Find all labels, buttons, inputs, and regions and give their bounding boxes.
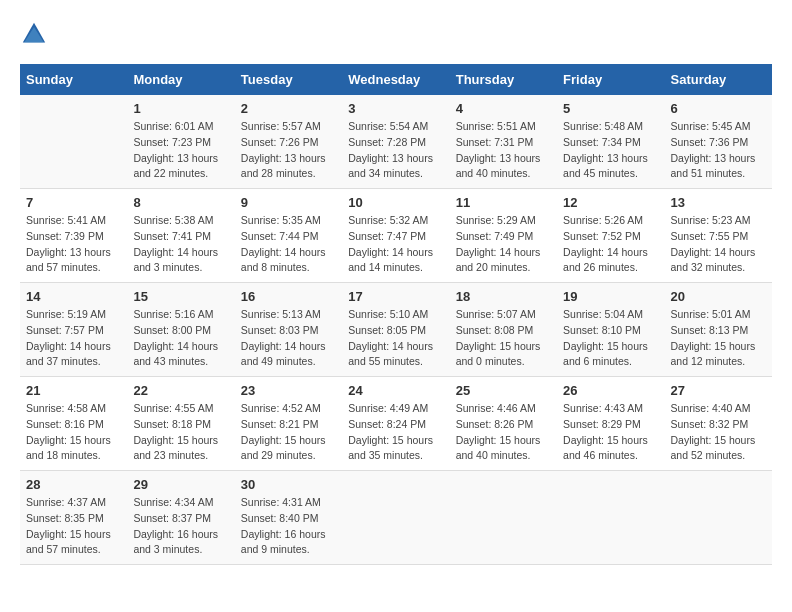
day-info: Sunrise: 4:34 AM Sunset: 8:37 PM Dayligh… bbox=[133, 495, 228, 558]
day-of-week-header: Saturday bbox=[665, 64, 772, 95]
day-number: 3 bbox=[348, 101, 443, 116]
day-number: 18 bbox=[456, 289, 551, 304]
calendar-cell: 9Sunrise: 5:35 AM Sunset: 7:44 PM Daylig… bbox=[235, 189, 342, 283]
calendar-cell: 20Sunrise: 5:01 AM Sunset: 8:13 PM Dayli… bbox=[665, 283, 772, 377]
day-number: 13 bbox=[671, 195, 766, 210]
calendar-cell: 18Sunrise: 5:07 AM Sunset: 8:08 PM Dayli… bbox=[450, 283, 557, 377]
day-number: 26 bbox=[563, 383, 658, 398]
calendar-cell: 17Sunrise: 5:10 AM Sunset: 8:05 PM Dayli… bbox=[342, 283, 449, 377]
day-number: 14 bbox=[26, 289, 121, 304]
calendar-cell: 24Sunrise: 4:49 AM Sunset: 8:24 PM Dayli… bbox=[342, 377, 449, 471]
calendar-cell: 11Sunrise: 5:29 AM Sunset: 7:49 PM Dayli… bbox=[450, 189, 557, 283]
day-info: Sunrise: 4:46 AM Sunset: 8:26 PM Dayligh… bbox=[456, 401, 551, 464]
calendar-header-row: SundayMondayTuesdayWednesdayThursdayFrid… bbox=[20, 64, 772, 95]
day-info: Sunrise: 4:58 AM Sunset: 8:16 PM Dayligh… bbox=[26, 401, 121, 464]
calendar-cell: 16Sunrise: 5:13 AM Sunset: 8:03 PM Dayli… bbox=[235, 283, 342, 377]
day-info: Sunrise: 5:04 AM Sunset: 8:10 PM Dayligh… bbox=[563, 307, 658, 370]
calendar-cell: 10Sunrise: 5:32 AM Sunset: 7:47 PM Dayli… bbox=[342, 189, 449, 283]
day-info: Sunrise: 5:38 AM Sunset: 7:41 PM Dayligh… bbox=[133, 213, 228, 276]
day-info: Sunrise: 5:07 AM Sunset: 8:08 PM Dayligh… bbox=[456, 307, 551, 370]
calendar-cell: 21Sunrise: 4:58 AM Sunset: 8:16 PM Dayli… bbox=[20, 377, 127, 471]
logo bbox=[20, 20, 52, 48]
day-number: 6 bbox=[671, 101, 766, 116]
day-number: 11 bbox=[456, 195, 551, 210]
day-info: Sunrise: 5:32 AM Sunset: 7:47 PM Dayligh… bbox=[348, 213, 443, 276]
day-info: Sunrise: 4:52 AM Sunset: 8:21 PM Dayligh… bbox=[241, 401, 336, 464]
calendar-cell: 1Sunrise: 6:01 AM Sunset: 7:23 PM Daylig… bbox=[127, 95, 234, 189]
page-header bbox=[20, 20, 772, 48]
calendar-cell bbox=[342, 471, 449, 565]
calendar-cell bbox=[665, 471, 772, 565]
day-info: Sunrise: 5:10 AM Sunset: 8:05 PM Dayligh… bbox=[348, 307, 443, 370]
calendar-cell: 23Sunrise: 4:52 AM Sunset: 8:21 PM Dayli… bbox=[235, 377, 342, 471]
day-info: Sunrise: 4:55 AM Sunset: 8:18 PM Dayligh… bbox=[133, 401, 228, 464]
calendar-cell: 14Sunrise: 5:19 AM Sunset: 7:57 PM Dayli… bbox=[20, 283, 127, 377]
day-info: Sunrise: 5:35 AM Sunset: 7:44 PM Dayligh… bbox=[241, 213, 336, 276]
day-number: 27 bbox=[671, 383, 766, 398]
day-info: Sunrise: 5:16 AM Sunset: 8:00 PM Dayligh… bbox=[133, 307, 228, 370]
day-number: 9 bbox=[241, 195, 336, 210]
calendar-cell: 15Sunrise: 5:16 AM Sunset: 8:00 PM Dayli… bbox=[127, 283, 234, 377]
calendar-cell: 29Sunrise: 4:34 AM Sunset: 8:37 PM Dayli… bbox=[127, 471, 234, 565]
day-number: 4 bbox=[456, 101, 551, 116]
day-info: Sunrise: 4:37 AM Sunset: 8:35 PM Dayligh… bbox=[26, 495, 121, 558]
day-number: 23 bbox=[241, 383, 336, 398]
week-row: 28Sunrise: 4:37 AM Sunset: 8:35 PM Dayli… bbox=[20, 471, 772, 565]
day-info: Sunrise: 4:40 AM Sunset: 8:32 PM Dayligh… bbox=[671, 401, 766, 464]
day-info: Sunrise: 4:49 AM Sunset: 8:24 PM Dayligh… bbox=[348, 401, 443, 464]
calendar-cell: 2Sunrise: 5:57 AM Sunset: 7:26 PM Daylig… bbox=[235, 95, 342, 189]
calendar-cell: 26Sunrise: 4:43 AM Sunset: 8:29 PM Dayli… bbox=[557, 377, 664, 471]
day-number: 22 bbox=[133, 383, 228, 398]
svg-marker-1 bbox=[24, 27, 44, 42]
day-number: 2 bbox=[241, 101, 336, 116]
calendar-table: SundayMondayTuesdayWednesdayThursdayFrid… bbox=[20, 64, 772, 565]
day-info: Sunrise: 4:31 AM Sunset: 8:40 PM Dayligh… bbox=[241, 495, 336, 558]
day-info: Sunrise: 5:41 AM Sunset: 7:39 PM Dayligh… bbox=[26, 213, 121, 276]
day-info: Sunrise: 5:57 AM Sunset: 7:26 PM Dayligh… bbox=[241, 119, 336, 182]
calendar-cell: 25Sunrise: 4:46 AM Sunset: 8:26 PM Dayli… bbox=[450, 377, 557, 471]
day-info: Sunrise: 6:01 AM Sunset: 7:23 PM Dayligh… bbox=[133, 119, 228, 182]
day-info: Sunrise: 5:51 AM Sunset: 7:31 PM Dayligh… bbox=[456, 119, 551, 182]
day-of-week-header: Monday bbox=[127, 64, 234, 95]
day-number: 17 bbox=[348, 289, 443, 304]
calendar-cell: 4Sunrise: 5:51 AM Sunset: 7:31 PM Daylig… bbox=[450, 95, 557, 189]
day-number: 21 bbox=[26, 383, 121, 398]
day-number: 30 bbox=[241, 477, 336, 492]
day-number: 25 bbox=[456, 383, 551, 398]
day-number: 12 bbox=[563, 195, 658, 210]
calendar-cell: 7Sunrise: 5:41 AM Sunset: 7:39 PM Daylig… bbox=[20, 189, 127, 283]
day-of-week-header: Tuesday bbox=[235, 64, 342, 95]
day-info: Sunrise: 5:26 AM Sunset: 7:52 PM Dayligh… bbox=[563, 213, 658, 276]
day-info: Sunrise: 4:43 AM Sunset: 8:29 PM Dayligh… bbox=[563, 401, 658, 464]
calendar-cell: 8Sunrise: 5:38 AM Sunset: 7:41 PM Daylig… bbox=[127, 189, 234, 283]
day-number: 5 bbox=[563, 101, 658, 116]
calendar-cell: 30Sunrise: 4:31 AM Sunset: 8:40 PM Dayli… bbox=[235, 471, 342, 565]
calendar-cell: 12Sunrise: 5:26 AM Sunset: 7:52 PM Dayli… bbox=[557, 189, 664, 283]
day-number: 16 bbox=[241, 289, 336, 304]
day-info: Sunrise: 5:23 AM Sunset: 7:55 PM Dayligh… bbox=[671, 213, 766, 276]
calendar-cell bbox=[20, 95, 127, 189]
day-number: 28 bbox=[26, 477, 121, 492]
day-info: Sunrise: 5:48 AM Sunset: 7:34 PM Dayligh… bbox=[563, 119, 658, 182]
calendar-cell: 3Sunrise: 5:54 AM Sunset: 7:28 PM Daylig… bbox=[342, 95, 449, 189]
calendar-cell: 22Sunrise: 4:55 AM Sunset: 8:18 PM Dayli… bbox=[127, 377, 234, 471]
week-row: 1Sunrise: 6:01 AM Sunset: 7:23 PM Daylig… bbox=[20, 95, 772, 189]
day-info: Sunrise: 5:54 AM Sunset: 7:28 PM Dayligh… bbox=[348, 119, 443, 182]
day-number: 10 bbox=[348, 195, 443, 210]
day-number: 8 bbox=[133, 195, 228, 210]
calendar-cell: 13Sunrise: 5:23 AM Sunset: 7:55 PM Dayli… bbox=[665, 189, 772, 283]
day-info: Sunrise: 5:19 AM Sunset: 7:57 PM Dayligh… bbox=[26, 307, 121, 370]
calendar-cell bbox=[557, 471, 664, 565]
day-of-week-header: Sunday bbox=[20, 64, 127, 95]
day-of-week-header: Wednesday bbox=[342, 64, 449, 95]
day-number: 20 bbox=[671, 289, 766, 304]
day-number: 19 bbox=[563, 289, 658, 304]
day-number: 15 bbox=[133, 289, 228, 304]
calendar-cell: 5Sunrise: 5:48 AM Sunset: 7:34 PM Daylig… bbox=[557, 95, 664, 189]
day-number: 29 bbox=[133, 477, 228, 492]
calendar-cell: 27Sunrise: 4:40 AM Sunset: 8:32 PM Dayli… bbox=[665, 377, 772, 471]
day-of-week-header: Friday bbox=[557, 64, 664, 95]
day-number: 1 bbox=[133, 101, 228, 116]
calendar-cell: 28Sunrise: 4:37 AM Sunset: 8:35 PM Dayli… bbox=[20, 471, 127, 565]
calendar-cell: 19Sunrise: 5:04 AM Sunset: 8:10 PM Dayli… bbox=[557, 283, 664, 377]
